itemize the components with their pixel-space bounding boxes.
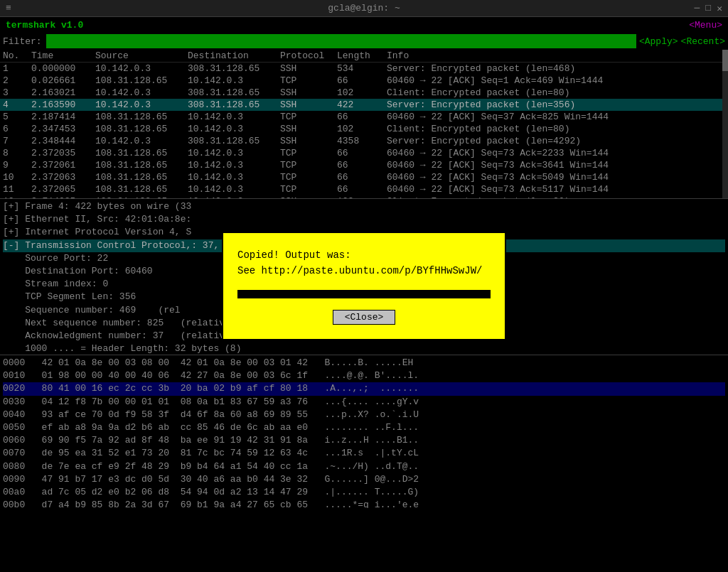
popup-overlay: Copied! Output was: See http://paste.ubu… — [0, 0, 728, 572]
popup-close-button[interactable]: <Close> — [333, 310, 396, 325]
popup-line1: Copied! Output was: — [237, 247, 491, 263]
popup-line2: See http://paste.ubuntu.com/p/BYfHHwSwJW… — [237, 263, 491, 279]
popup-message: Copied! Output was: See http://paste.ubu… — [237, 247, 491, 279]
popup-bar — [237, 290, 491, 298]
popup-close-area: <Close> — [237, 310, 491, 325]
popup-dialog: Copied! Output was: See http://paste.ubu… — [222, 232, 506, 341]
